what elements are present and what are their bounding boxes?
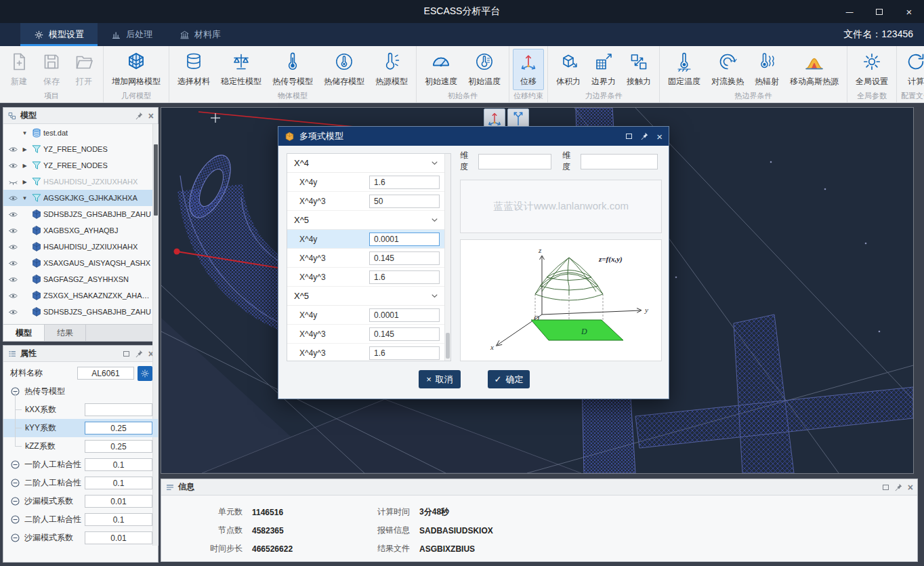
collapse-icon[interactable] xyxy=(10,460,20,470)
param-value-input[interactable] xyxy=(369,327,440,341)
tree-item[interactable]: SAGFASGZ_ASYHHXSN xyxy=(3,271,158,287)
dialog-titlebar[interactable]: 多项式模型 × xyxy=(278,127,669,146)
param-value-input[interactable] xyxy=(369,233,440,246)
expand-arrow-icon[interactable]: ▼ xyxy=(20,130,30,136)
properties-restore-icon[interactable] xyxy=(123,351,129,357)
scrollbar-thumb[interactable] xyxy=(446,333,450,359)
param-value-input[interactable] xyxy=(369,270,440,284)
eye-icon[interactable] xyxy=(6,275,20,285)
ribbon-button-gauss-heat[interactable]: 移动高斯热源 xyxy=(785,49,843,90)
eye-icon[interactable] xyxy=(6,307,20,317)
ribbon-button-new[interactable]: 新建 xyxy=(3,49,35,90)
param-value-input[interactable] xyxy=(369,251,440,265)
dialog-section-header[interactable]: X^5 xyxy=(287,211,450,230)
ribbon-button-compute[interactable]: 计算 xyxy=(900,49,924,90)
dialog-maximize-icon[interactable] xyxy=(626,134,632,139)
tree-item[interactable]: HSAUHDISU_JZXIUXHAHX xyxy=(3,239,158,255)
collapse-icon[interactable] xyxy=(10,533,20,543)
collapse-icon[interactable] xyxy=(10,496,20,506)
tree-item[interactable]: ▶YZ_FREE_NODES xyxy=(3,157,158,174)
property-value-input[interactable] xyxy=(85,403,152,416)
ribbon-button-displacement[interactable]: 位移 xyxy=(513,49,544,90)
property-value-input[interactable] xyxy=(85,495,152,508)
ribbon-button-material-db[interactable]: 选择材料 xyxy=(173,49,215,90)
ribbon-button-heat-source[interactable]: 热源模型 xyxy=(371,49,413,90)
maximize-button[interactable] xyxy=(864,0,894,23)
ribbon-button-mesh-cube[interactable]: 增加网格模型 xyxy=(107,49,165,90)
param-value-input[interactable] xyxy=(369,195,440,208)
cancel-button[interactable]: × 取消 xyxy=(419,370,461,388)
param-value-input[interactable] xyxy=(369,346,440,360)
ribbon-button-open[interactable]: 打开 xyxy=(68,49,100,90)
ribbon-button-heat-storage[interactable]: 热储存模型 xyxy=(319,49,369,90)
eye-icon[interactable] xyxy=(6,209,20,220)
tree-scrollbar-thumb[interactable] xyxy=(154,144,158,216)
ribbon-button-body-force[interactable]: 体积力 xyxy=(551,49,585,90)
collapse-icon[interactable] xyxy=(10,478,20,488)
eye-icon[interactable] xyxy=(6,226,20,236)
info-pin-icon[interactable] xyxy=(894,483,903,492)
tree-item[interactable]: XSAXGAUS_AISYAQSH_ASHX xyxy=(3,255,158,271)
tree-item[interactable]: ▶YZ_FREE_NODES xyxy=(3,141,158,157)
material-settings-button[interactable] xyxy=(138,366,152,381)
tab-material-library[interactable]: 材料库 xyxy=(166,23,234,46)
tree-item[interactable]: ▼AGSGKJKG_GJHKAJKHXA xyxy=(3,190,158,206)
bottom-tab-model[interactable]: 模型 xyxy=(3,325,45,341)
expand-arrow-icon[interactable]: ▶ xyxy=(20,163,30,169)
bottom-tab-results[interactable]: 结果 xyxy=(45,325,86,341)
tree-item[interactable]: ▶HSAUHDISU_JZXIUXHAHX xyxy=(3,174,158,190)
ribbon-button-heat-conduction[interactable]: 热传导模型 xyxy=(268,49,318,90)
dialog-section-header[interactable]: X^4 xyxy=(287,154,450,173)
close-button[interactable]: × xyxy=(894,0,924,23)
ribbon-button-boundary-force[interactable]: 边界力 xyxy=(587,49,621,90)
ribbon-button-global-settings[interactable]: 全局设置 xyxy=(851,49,893,90)
eye-icon[interactable] xyxy=(6,144,20,155)
model-pin-icon[interactable] xyxy=(134,111,144,121)
model-close-icon[interactable]: × xyxy=(148,111,154,121)
dialog-section-header[interactable]: X^5 xyxy=(287,287,450,306)
property-value-input[interactable] xyxy=(85,513,152,526)
tree-item[interactable]: ▼test.dat xyxy=(3,125,158,141)
param-value-input[interactable] xyxy=(369,308,440,322)
info-restore-icon[interactable] xyxy=(883,485,889,490)
ribbon-button-init-temp[interactable]: 初始温度 xyxy=(463,49,505,90)
dialog-close-icon[interactable]: × xyxy=(656,132,663,142)
info-close-icon[interactable]: × xyxy=(908,483,913,492)
ribbon-button-contact-force[interactable]: 接触力 xyxy=(622,49,656,90)
tree-item[interactable]: XAGBSXG_AYHAQBJ xyxy=(3,222,158,239)
property-value-input[interactable] xyxy=(85,458,152,471)
eye-icon[interactable] xyxy=(6,291,20,301)
eye-off-icon[interactable] xyxy=(6,177,20,187)
ribbon-button-init-velocity[interactable]: 初始速度 xyxy=(420,49,462,90)
minimize-button[interactable]: ─ xyxy=(835,0,864,23)
ribbon-button-convection[interactable]: 对流换热 xyxy=(707,49,749,90)
eye-icon[interactable] xyxy=(6,258,20,268)
ribbon-button-stability[interactable]: 稳定性模型 xyxy=(216,49,266,90)
ribbon-button-fixed-temp[interactable]: 固定温度 xyxy=(663,49,705,90)
tree-item[interactable]: SDHSBJZS_GHSABJHB_ZAHU xyxy=(3,304,158,320)
ribbon-button-radiation[interactable]: 热辐射 xyxy=(750,49,784,90)
material-name-input[interactable] xyxy=(77,367,134,380)
expand-arrow-icon[interactable]: ▼ xyxy=(20,195,30,201)
ribbon-button-save[interactable]: 保存 xyxy=(36,49,67,90)
dimension-input-2[interactable] xyxy=(581,154,658,169)
eye-icon[interactable] xyxy=(6,242,20,252)
dimension-input-1[interactable] xyxy=(478,154,551,169)
property-value-input[interactable] xyxy=(85,440,152,453)
expand-arrow-icon[interactable]: ▶ xyxy=(20,179,30,185)
properties-pin-icon[interactable] xyxy=(134,349,144,359)
property-value-input[interactable] xyxy=(85,422,152,434)
expand-arrow-icon[interactable]: ▶ xyxy=(20,146,30,153)
property-value-input[interactable] xyxy=(85,477,152,489)
property-value-input[interactable] xyxy=(85,531,152,544)
collapse-icon[interactable] xyxy=(10,514,20,525)
eye-icon[interactable] xyxy=(6,193,20,203)
param-value-input[interactable] xyxy=(369,176,440,189)
tree-item[interactable]: SDHSBJZS_GHSABJHB_ZAHU xyxy=(3,206,158,222)
tree-item[interactable]: ZSXGX_HSAKAZNZXK_AHASX xyxy=(3,287,158,304)
tab-post-processing[interactable]: 后处理 xyxy=(98,23,166,46)
eye-icon[interactable] xyxy=(6,161,20,171)
confirm-button[interactable]: ✓ 确定 xyxy=(488,370,530,388)
tab-model-settings[interactable]: 模型设置 xyxy=(20,23,98,46)
parameter-list-scrollbar[interactable] xyxy=(444,154,450,361)
